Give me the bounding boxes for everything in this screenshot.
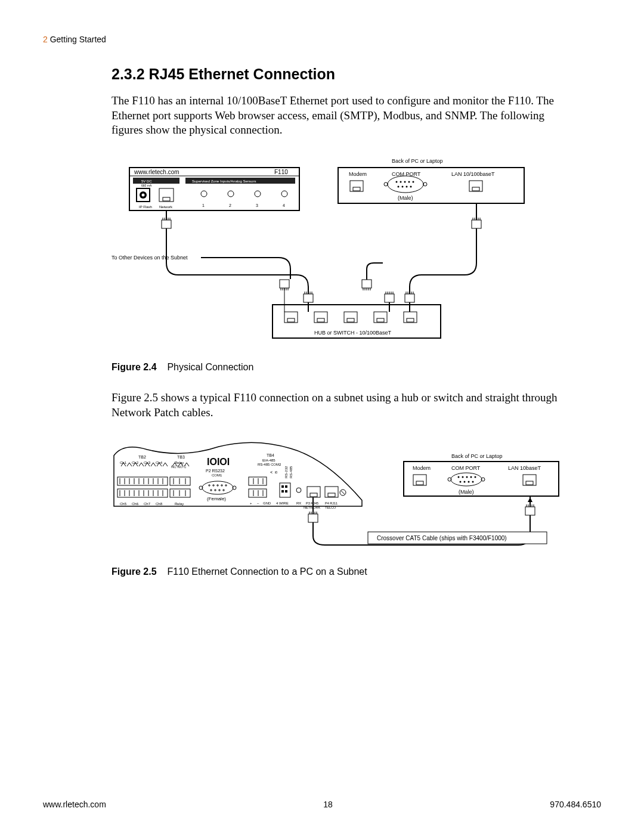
svg-rect-57	[362, 280, 371, 288]
svg-rect-30	[162, 220, 171, 228]
fig25-cable: Crossover CAT5 Cable (ships with F3400/F…	[377, 535, 507, 541]
fig25-p2rs232: P2 RS232	[206, 469, 225, 473]
fig24-analog: Supervised Zone Inputs/Analog Sensors	[192, 179, 256, 183]
fig25-ch6: Ch6	[132, 502, 139, 506]
chapter-number: 2	[43, 35, 48, 44]
chapter-title: Getting Started	[50, 35, 106, 44]
svg-point-19	[396, 181, 398, 183]
footer-right: 970.484.6510	[550, 800, 601, 809]
section-title: RJ45 Ethernet Connection	[149, 66, 336, 82]
svg-point-24	[398, 186, 400, 188]
svg-point-22	[408, 181, 410, 183]
fig25-rs485-rot: RS-485	[289, 466, 293, 478]
figure-2-5: TB2 TB3 TB4 EIA-485 RS-485 COM2 Ch1 Ch2 …	[112, 438, 565, 559]
fig25-p3rj45: P3 RJ45	[306, 501, 318, 505]
fig24-device: F110	[274, 169, 288, 175]
section-heading: 2.3.2 RJ45 Ethernet Connection	[112, 66, 565, 83]
svg-point-20	[400, 181, 402, 183]
figure-2-4-caption-text: Physical Connection	[167, 362, 253, 372]
svg-point-166	[472, 481, 474, 483]
fig25-comport: COM PORT	[451, 465, 481, 471]
svg-marker-183	[528, 497, 532, 502]
figure-2-5-label: Figure 2.5	[112, 566, 157, 577]
fig24-lan: LAN 10/100baseT	[451, 171, 495, 177]
fig25-rx: RX	[296, 501, 301, 505]
svg-rect-37	[472, 220, 481, 228]
fig25-b: B	[274, 471, 278, 473]
footer-center: 18	[323, 800, 333, 809]
svg-point-163	[460, 481, 462, 483]
svg-point-158	[458, 476, 460, 478]
svg-point-161	[470, 476, 472, 478]
fig24-hub: HUB or SWITCH - 10/100BaseT	[314, 330, 392, 336]
svg-rect-142	[285, 485, 287, 488]
fig25-pcback: Back of PC or Laptop	[451, 453, 503, 459]
fig25-tb3: TB3	[177, 455, 185, 459]
svg-point-25	[402, 186, 404, 188]
fig25-modem: Modem	[413, 465, 431, 471]
fig24-other: To Other Devices on the Subnet	[112, 255, 188, 261]
figure-2-5-caption-text: F110 Ethernet Connection to a PC on a Su…	[167, 566, 367, 577]
svg-rect-51	[304, 294, 313, 302]
fig25-ioioi: IOIOI	[207, 457, 230, 467]
fig25-ch8: Ch8	[156, 502, 163, 506]
fig25-4wire: 4 WIRE	[276, 501, 289, 505]
svg-point-165	[468, 481, 470, 483]
figure-2-4: www.rletech.com F110 5V DC 660 mA Superv…	[112, 156, 565, 355]
svg-rect-63	[385, 294, 394, 302]
footer-left: www.rletech.com	[43, 800, 106, 809]
fig25-tb2: TB2	[138, 455, 146, 459]
fig24-amp: 660 mA	[141, 184, 152, 187]
svg-point-162	[475, 476, 476, 478]
fig24-dc: 5V DC	[141, 179, 152, 183]
fig25-plus: +	[250, 501, 252, 505]
svg-point-159	[462, 476, 464, 478]
fig24-url: www.rletech.com	[134, 169, 179, 175]
fig25-ch7: Ch7	[144, 502, 151, 506]
svg-rect-144	[285, 490, 287, 493]
svg-point-6	[142, 194, 145, 197]
fig24-port1: 1	[202, 203, 205, 208]
fig25-lan: LAN 10baseT	[508, 465, 541, 471]
fig25-relay-bot: Relay	[175, 502, 184, 506]
svg-rect-143	[281, 490, 284, 493]
paragraph-2: Figure 2.5 shows a typical F110 connecti…	[112, 391, 565, 420]
svg-rect-176	[525, 507, 535, 515]
figure-2-4-caption: Figure 2.4 Physical Connection	[112, 362, 565, 373]
fig24-modem: Modem	[349, 171, 367, 177]
fig25-tb4: TB4	[267, 453, 274, 457]
section-number: 2.3.2	[112, 66, 145, 82]
svg-rect-2	[133, 178, 179, 184]
svg-point-164	[464, 481, 466, 483]
svg-point-160	[466, 476, 468, 478]
fig25-male: (Male)	[459, 489, 474, 495]
svg-point-26	[406, 186, 408, 188]
svg-rect-169	[308, 514, 318, 522]
svg-point-21	[404, 181, 406, 183]
svg-point-27	[410, 186, 412, 188]
figure-2-4-label: Figure 2.4	[112, 362, 157, 372]
fig25-gnd: GND	[263, 501, 271, 505]
svg-rect-141	[281, 485, 284, 488]
fig24-port2: 2	[229, 203, 231, 208]
fig25-p4rj11: P4 RJ11	[325, 501, 338, 505]
fig25-com1: COM1	[212, 473, 222, 477]
paragraph-1: The F110 has an internal 10/100BaseT Eth…	[112, 94, 565, 138]
fig24-port4: 4	[283, 203, 285, 208]
fig24-ipflash: IP Flash	[139, 205, 152, 209]
fig25-rs485com2: RS-485 COM2	[258, 463, 281, 466]
figure-2-5-caption: Figure 2.5 F110 Ethernet Connection to a…	[112, 566, 565, 577]
fig25-a: A	[270, 471, 273, 473]
fig25-rs232-rot: RS-232	[284, 466, 288, 478]
fig25-network2: NETWORK	[304, 506, 320, 509]
fig24-pcback: Back of PC or Laptop	[392, 158, 443, 164]
fig25-relay-top: Relay	[175, 461, 184, 465]
fig24-male: (Male)	[398, 195, 413, 201]
page-header: 2 Getting Started	[43, 35, 601, 44]
page-footer: www.rletech.com 18 970.484.6510	[43, 800, 601, 809]
fig25-eia485: EIA-485	[262, 459, 275, 462]
svg-point-23	[413, 181, 414, 183]
fig24-port3: 3	[256, 203, 258, 208]
fig25-telco: TELCO	[325, 506, 336, 509]
fig25-female: (Female)	[207, 496, 226, 501]
